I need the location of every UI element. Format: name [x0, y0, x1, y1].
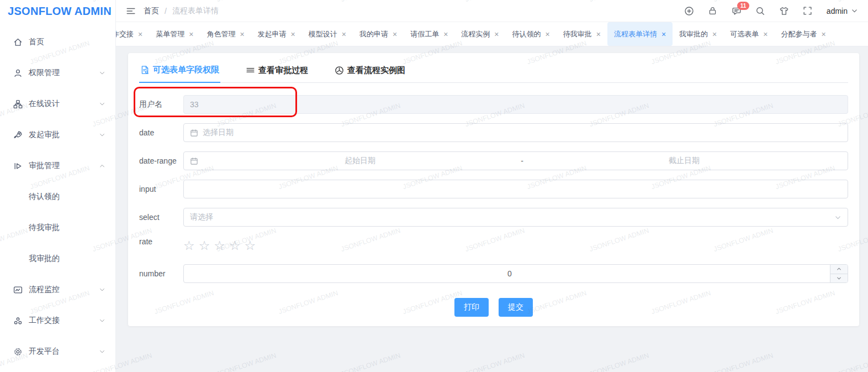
tab-close-icon[interactable]: ×	[240, 30, 244, 39]
open-tab[interactable]: 模型设计×	[302, 22, 353, 46]
tab-close-icon[interactable]: ×	[596, 30, 601, 39]
spinner-down-icon[interactable]	[830, 274, 848, 283]
open-tab[interactable]: 流程实例×	[454, 22, 505, 46]
breadcrumb-area: 首页 / 流程表单详情	[126, 6, 219, 16]
sidebar-item[interactable]: 审批管理	[0, 150, 115, 181]
rate-label: rate	[139, 236, 183, 246]
detail-tab[interactable]: 可选表单字段权限	[139, 61, 220, 83]
open-tab[interactable]: 工作交接×	[116, 22, 149, 46]
sidebar-item[interactable]: 待认领的	[0, 181, 115, 212]
tab-close-icon[interactable]: ×	[494, 30, 499, 39]
number-value: 0	[507, 269, 512, 278]
star-icon[interactable]: ☆	[245, 239, 256, 252]
doc-icon	[140, 65, 150, 75]
fullscreen-icon[interactable]	[803, 6, 813, 16]
sidebar-item[interactable]: 工作交接	[0, 305, 115, 336]
form-row-username: 用户名 33	[139, 95, 848, 114]
sidebar-item-label: 审批管理	[29, 161, 60, 171]
tab-close-icon[interactable]: ×	[712, 30, 717, 39]
open-tab[interactable]: 可选表单×	[723, 22, 774, 46]
sidebar-item[interactable]: 我审批的	[0, 243, 115, 274]
sidebar-collapse-icon[interactable]	[126, 6, 136, 16]
sidebar-item[interactable]: 流程监控	[0, 274, 115, 305]
sidebar-item-label: 工作交接	[29, 316, 60, 326]
play-icon	[13, 161, 23, 171]
tab-close-icon[interactable]: ×	[189, 30, 193, 39]
sidebar-item-label: 在线设计	[29, 99, 60, 109]
tab-close-icon[interactable]: ×	[393, 30, 397, 39]
chevron-down-icon	[99, 286, 105, 293]
daterange-start-placeholder: 起始日期	[203, 156, 517, 166]
star-icon[interactable]: ☆	[229, 239, 241, 252]
text-input[interactable]	[183, 180, 848, 198]
open-tab-label: 我的申请	[359, 29, 388, 39]
sidebar-menu: 首页权限管理在线设计发起审批审批管理待认领的待我审批我审批的流程监控工作交接开发…	[0, 22, 115, 367]
star-icon[interactable]: ☆	[214, 239, 225, 252]
open-tab[interactable]: 请假工单×	[404, 22, 454, 46]
lock-icon[interactable]	[708, 6, 718, 16]
sidebar-item-label: 流程监控	[29, 285, 60, 295]
select-input[interactable]: 请选择	[183, 208, 848, 227]
open-tab[interactable]: 发起申请×	[251, 22, 302, 46]
print-button[interactable]: 打印	[454, 298, 489, 317]
plus-circle-icon[interactable]	[684, 6, 694, 16]
form-row-rate: rate ☆☆☆☆☆	[139, 236, 848, 255]
breadcrumb: 首页 / 流程表单详情	[144, 6, 219, 16]
open-tab[interactable]: 分配参与者×	[774, 22, 832, 46]
submit-button[interactable]: 提交	[499, 298, 533, 317]
content-area: 可选表单字段权限查看审批过程查看流程实例图 用户名 33 date	[116, 46, 868, 372]
detail-tab[interactable]: 查看流程实例图	[334, 61, 406, 82]
open-tab[interactable]: 菜单管理×	[149, 22, 200, 46]
number-input[interactable]: 0	[183, 264, 848, 283]
open-tab[interactable]: 角色管理×	[200, 22, 251, 46]
tab-close-icon[interactable]: ×	[443, 30, 448, 39]
daterange-input[interactable]: 起始日期 - 截止日期	[183, 151, 848, 170]
open-tab[interactable]: 待我审批×	[557, 22, 607, 46]
spinner-up-icon[interactable]	[830, 265, 848, 274]
sidebar-item-label: 待认领的	[29, 192, 60, 202]
star-icon[interactable]: ☆	[199, 239, 210, 252]
sidebar-item[interactable]: 待我审批	[0, 212, 115, 243]
sidebar-item[interactable]: 权限管理	[0, 57, 115, 88]
chevron-down-icon	[851, 7, 858, 14]
tab-close-icon[interactable]: ×	[821, 30, 825, 39]
open-tab-label: 角色管理	[207, 29, 235, 39]
lines-icon	[246, 66, 255, 75]
sidebar-item[interactable]: 开发平台	[0, 336, 115, 367]
message-icon[interactable]: 11	[732, 6, 742, 16]
chevron-down-icon	[99, 317, 105, 324]
detail-tab-label: 可选表单字段权限	[153, 65, 219, 75]
number-label: number	[139, 269, 183, 278]
tab-close-icon[interactable]: ×	[291, 30, 295, 39]
main-area: 首页 / 流程表单详情 11	[116, 0, 868, 372]
date-input[interactable]: 选择日期	[183, 123, 848, 142]
sidebar-item[interactable]: 在线设计	[0, 88, 115, 119]
tab-close-icon[interactable]: ×	[763, 30, 768, 39]
theme-tshirt-icon[interactable]	[779, 6, 789, 16]
tab-close-icon[interactable]: ×	[661, 30, 666, 39]
detail-tab[interactable]: 查看审批过程	[245, 61, 309, 82]
tab-close-icon[interactable]: ×	[342, 30, 346, 39]
open-tab-label: 流程表单详情	[614, 29, 657, 39]
topbar-actions: 11 admin	[684, 6, 858, 16]
sidebar-item[interactable]: 首页	[0, 27, 115, 57]
breadcrumb-home[interactable]: 首页	[144, 6, 159, 16]
open-tab[interactable]: 我的申请×	[353, 22, 404, 46]
user-menu[interactable]: admin	[827, 7, 858, 15]
number-spinner	[830, 265, 848, 282]
open-tab[interactable]: 流程表单详情×	[607, 22, 673, 46]
gear-icon	[13, 347, 23, 357]
tab-close-icon[interactable]: ×	[138, 30, 142, 39]
sidebar-item-label: 权限管理	[29, 68, 60, 78]
detail-card: 可选表单字段权限查看审批过程查看流程实例图 用户名 33 date	[128, 53, 859, 326]
open-tab[interactable]: 待认领的×	[506, 22, 557, 46]
open-tab-label: 请假工单	[410, 29, 439, 39]
username-input[interactable]: 33	[183, 95, 848, 114]
search-icon[interactable]	[755, 6, 765, 16]
sidebar-item[interactable]: 发起审批	[0, 119, 115, 150]
open-tab[interactable]: 我审批的×	[673, 22, 723, 46]
tab-close-icon[interactable]: ×	[546, 30, 550, 39]
star-icon[interactable]: ☆	[183, 239, 195, 252]
input-label: input	[139, 185, 183, 193]
sidebar-item-label: 开发平台	[29, 347, 60, 357]
